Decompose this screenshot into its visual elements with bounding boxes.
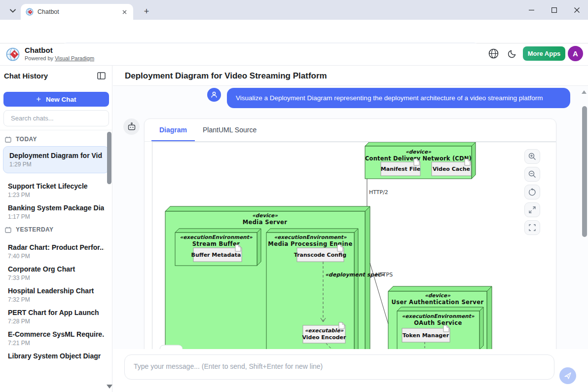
reset-rotate-icon (528, 188, 536, 196)
window-controls (520, 0, 588, 20)
visual-paradigm-link[interactable]: Visual Paradigm (55, 55, 94, 61)
chat-item[interactable]: Banking System Package Dia... 1:17 PM (0, 198, 112, 220)
tab-title: Chatbot (37, 8, 116, 15)
chat-item-title: Corporate Org Chart (8, 265, 104, 273)
chat-scroll-area: Visualize a Deployment Diagram represent… (113, 86, 588, 349)
message-input-box (124, 354, 554, 380)
bot-avatar (123, 118, 140, 135)
node-stream-buffer: «executionEnvironment» Stream Buffer Buf… (175, 229, 261, 266)
zoom-in-icon (528, 153, 536, 160)
message-input-area (113, 349, 588, 392)
browser-toolbar: ai-toolbox.visual-paradigm.com/app/chatb… (0, 20, 588, 43)
svg-text:Media Server: Media Server (243, 219, 288, 226)
tab-close-icon[interactable] (120, 8, 128, 16)
chevron-down-icon (10, 9, 16, 13)
chat-item[interactable]: Library System Object Diagr (0, 346, 112, 368)
svg-text:HTTP/2: HTTP/2 (369, 189, 388, 196)
chat-item-title: Hospital Leadership Chart (8, 287, 104, 295)
canvas-badge (160, 345, 183, 349)
edge-http2: HTTP/2 (367, 179, 388, 206)
chat-item[interactable]: E-Commerce SysML Require... 7:21 PM (0, 324, 112, 346)
new-tab-button[interactable]: + (140, 5, 153, 18)
chat-item-title: Banking System Package Dia... (8, 204, 104, 212)
section-label: YESTERDAY (16, 226, 54, 233)
conversation-title-bar: Deployment Diagram for Video Streaming P… (113, 66, 588, 86)
account-avatar[interactable]: A (568, 46, 583, 61)
fullscreen-button[interactable] (524, 220, 540, 235)
diagram-canvas[interactable]: «device» Media Server «executionEnvironm… (152, 142, 556, 349)
chat-item-time: 1:17 PM (8, 213, 104, 220)
sidebar-scrollbar-thumb[interactable] (107, 132, 111, 184)
more-apps-button[interactable]: More Apps (523, 46, 565, 61)
chat-item-time: 1:29 PM (9, 161, 103, 168)
card-tabs: Diagram PlantUML Source (145, 119, 556, 142)
chat-item-time: 7:40 PM (8, 253, 104, 260)
tab-diagram[interactable]: Diagram (151, 119, 195, 141)
chat-item-title: Radar Chart: Product Perfor... (8, 243, 104, 251)
person-icon (211, 91, 218, 98)
calendar-icon (5, 227, 11, 233)
browser-tab[interactable]: Chatbot (21, 4, 133, 20)
chat-item[interactable]: Radar Chart: Product Perfor... 7:40 PM (0, 237, 112, 259)
language-globe-icon[interactable] (488, 48, 499, 59)
svg-text:HTTPS: HTTPS (375, 272, 393, 278)
new-chat-button[interactable]: + New Chat (3, 92, 109, 107)
chat-item-selected[interactable]: Deployment Diagram for Vid... 1:29 PM (3, 146, 109, 173)
send-button[interactable] (559, 367, 576, 384)
search-chats-input[interactable] (4, 111, 109, 126)
expand-arrows-icon (528, 206, 536, 214)
diagram-card: Diagram PlantUML Source «device» Media (144, 118, 556, 349)
chat-item[interactable]: Hospital Leadership Chart 7:32 PM (0, 281, 112, 303)
chat-item-time: 7:28 PM (8, 318, 104, 325)
svg-text:«device»: «device» (252, 212, 278, 218)
tab-plantuml-source[interactable]: PlantUML Source (195, 119, 264, 141)
page-title: Deployment Diagram for Video Streaming P… (125, 71, 327, 81)
visual-paradigm-logo (6, 47, 21, 64)
chat-item-title: PERT Chart for App Launch (8, 309, 104, 316)
chat-item[interactable]: Support Ticket Lifecycle 1:23 PM (0, 176, 112, 198)
zoom-in-button[interactable] (524, 149, 540, 164)
app-header: Chatbot Powered by Visual Paradigm More … (0, 43, 588, 66)
svg-text:«device»: «device» (405, 149, 431, 155)
zoom-out-button[interactable] (524, 167, 540, 182)
svg-text:Stream Buffer: Stream Buffer (192, 240, 240, 247)
section-header-today: TODAY (5, 135, 107, 143)
tab-search-button[interactable] (4, 4, 22, 17)
window-close-button[interactable] (565, 0, 588, 20)
chat-item[interactable]: PERT Chart for App Launch 7:28 PM (0, 303, 112, 324)
svg-text:Transcode Config: Transcode Config (294, 252, 346, 258)
sidebar-scroll-down-icon[interactable] (107, 385, 112, 389)
plus-icon: + (37, 95, 41, 104)
chat-item[interactable]: Corporate Org Chart 7:33 PM (0, 259, 112, 281)
svg-text:Manifest File: Manifest File (381, 166, 420, 172)
chat-item-time: 7:33 PM (8, 274, 104, 281)
visual-paradigm-favicon (26, 8, 34, 16)
svg-text:Video Encoder: Video Encoder (302, 334, 347, 341)
zoom-out-icon (528, 170, 536, 178)
main-scroll-up-icon[interactable] (582, 90, 587, 94)
svg-text:Video Cache: Video Cache (433, 166, 470, 172)
deployment-diagram: «device» Media Server «executionEnvironm… (152, 142, 556, 349)
chat-item-title: Deployment Diagram for Vid... (9, 152, 103, 159)
section-label: TODAY (16, 136, 37, 143)
reset-view-button[interactable] (524, 185, 540, 199)
app-title: Chatbot (25, 46, 53, 54)
window-maximize-button[interactable] (543, 0, 565, 20)
svg-text:User Authentication Server: User Authentication Server (391, 299, 483, 306)
expand-button[interactable] (524, 202, 540, 217)
chat-item-title: E-Commerce SysML Require... (8, 330, 104, 338)
message-input[interactable] (125, 355, 554, 379)
window-minimize-button[interactable] (520, 0, 543, 20)
collapse-sidebar-icon[interactable] (97, 72, 106, 79)
svg-text:«executable»: «executable» (305, 327, 344, 333)
main-scrollbar-thumb[interactable] (582, 106, 587, 237)
svg-text:Token Manager: Token Manager (403, 332, 449, 339)
svg-text:OAuth Service: OAuth Service (414, 319, 462, 326)
main-panel: Deployment Diagram for Video Streaming P… (113, 66, 588, 392)
svg-text:«executionEnvironment»: «executionEnvironment» (180, 234, 252, 240)
dark-mode-moon-icon[interactable] (508, 49, 517, 58)
chat-item-title: Support Ticket Lifecycle (8, 182, 104, 190)
svg-text:«device»: «device» (425, 292, 450, 298)
svg-text:Buffer Metadata: Buffer Metadata (191, 252, 241, 258)
node-cdn: «device» Content Delivery Network (CDN) … (365, 142, 476, 179)
